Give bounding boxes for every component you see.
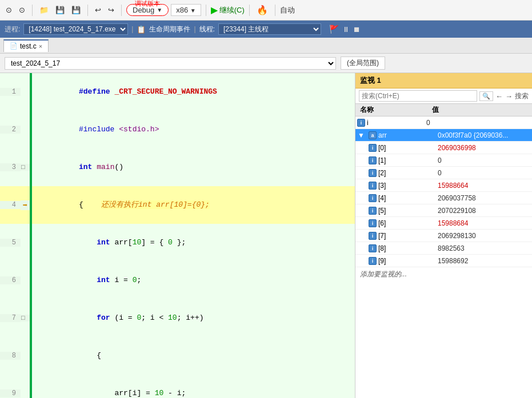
platform-label: x86 <box>176 6 188 14</box>
watch-row-arr-7[interactable]: i [7] 2069298130 <box>355 230 532 242</box>
watch-rows: i i 0 ▼ a arr 0x00f3f7a0 {2069036... <box>355 116 532 398</box>
watch-row-arr-8[interactable]: i [8] 8982563 <box>355 242 532 255</box>
watch-icon-i: i <box>355 119 367 127</box>
code-line-8: 8 { <box>0 337 355 375</box>
open-btn[interactable]: 📁 <box>37 5 51 15</box>
lifecycle-icon: 📋 <box>137 25 146 34</box>
watch-icon-arr-1: i <box>367 156 378 164</box>
watch-val-arr-3: 15988664 <box>435 182 532 190</box>
watch-name-arr: arr <box>378 131 435 139</box>
watch-icon-arr-5: i <box>367 207 378 215</box>
platform-dropdown[interactable]: x86 ▼ <box>171 4 201 16</box>
scope-box: (全局范围) <box>341 57 385 70</box>
watch-column-header: 名称 值 <box>355 104 532 116</box>
var-icon-arr: a <box>369 131 377 139</box>
code-line-2: 2 #include <stdio.h> <box>0 111 355 148</box>
separator-1 <box>32 5 33 16</box>
watch-search-input[interactable] <box>359 90 477 102</box>
exec-arrow: ➡ <box>23 200 27 210</box>
tab-close-btn[interactable]: × <box>39 43 42 50</box>
watch-row-arr-5[interactable]: i [5] 2070229108 <box>355 204 532 217</box>
var-icon-arr-8: i <box>369 244 377 252</box>
watch-row-arr-6[interactable]: i [6] 15988684 <box>355 217 532 230</box>
watch-row-arr-9[interactable]: i [9] 15988692 <box>355 255 532 267</box>
code-editor[interactable]: 1 #define _CRT_SECURE_NO_WARNINGS 2 #inc… <box>0 73 355 398</box>
process-bar: 进程: [14248] test_2024_5_17.exe | 📋 生命周期事… <box>0 21 532 38</box>
thread-select[interactable]: [23344] 主线程 <box>218 23 321 35</box>
watch-val-arr-6: 15988684 <box>435 219 532 227</box>
main-content: 1 #define _CRT_SECURE_NO_WARNINGS 2 #inc… <box>0 73 532 398</box>
watch-name-arr-5: [5] <box>378 207 435 215</box>
code-line-3: 3 □ int main() <box>0 148 355 186</box>
forward-btn[interactable]: ⊙ <box>17 5 27 15</box>
watch-col-name-header: 名称 <box>355 105 430 115</box>
watch-row-arr-3[interactable]: i [3] 15988664 <box>355 179 532 192</box>
var-icon-arr-6: i <box>369 219 377 227</box>
add-watch-row[interactable]: 添加要监视的... <box>355 267 532 282</box>
watch-name-arr-9: [9] <box>378 257 435 265</box>
watch-icon-arr-0: i <box>367 144 378 152</box>
watch-expand-arr[interactable]: ▼ <box>355 131 367 139</box>
flag-icon: 🚩 <box>329 25 339 34</box>
watch-icon-arr-6: i <box>367 219 378 227</box>
watch-icon-arr-8: i <box>367 244 378 252</box>
process-select[interactable]: [14248] test_2024_5_17.exe <box>23 23 128 35</box>
watch-row-i[interactable]: i i 0 <box>355 116 532 129</box>
debug-title-label: 调试版本 <box>135 0 160 8</box>
watch-row-arr-2[interactable]: i [2] 0 <box>355 167 532 179</box>
separator-4 <box>206 5 206 16</box>
lifecycle-label: 生命周期事件 <box>149 25 190 34</box>
save-btn[interactable]: 💾 <box>53 5 67 15</box>
watch-panel: 监视 1 🔍 ← → 搜索 名称 值 i i 0 <box>355 73 532 398</box>
watch-val-arr: 0x00f3f7a0 {2069036... <box>435 131 532 139</box>
file-bar: test_2024_5_17 (全局范围) <box>0 54 532 73</box>
watch-icon-arr-7: i <box>367 232 378 240</box>
collapse-3[interactable]: □ <box>21 164 29 171</box>
watch-row-arr[interactable]: ▼ a arr 0x00f3f7a0 {2069036... <box>355 129 532 142</box>
continue-button[interactable]: ▶ 继续(C) <box>211 5 245 15</box>
code-line-7: 7 □ for (i = 0; i < 10; i++) <box>0 299 355 337</box>
tab-bar: 📄 test.c × <box>0 38 532 54</box>
watch-icon-arr-9: i <box>367 257 378 265</box>
separator-2 <box>87 5 88 16</box>
watch-row-arr-1[interactable]: i [1] 0 <box>355 154 532 167</box>
file-select[interactable]: test_2024_5_17 <box>5 57 336 70</box>
watch-val-arr-7: 2069298130 <box>435 232 532 240</box>
tab-label: test.c <box>20 42 37 50</box>
watch-search-label: 搜索 <box>515 91 529 101</box>
watch-icon-arr: a <box>367 131 378 139</box>
watch-icon-arr-3: i <box>367 182 378 190</box>
code-line-6: 6 int i = 0; <box>0 262 355 299</box>
watch-val-arr-1: 0 <box>435 156 532 164</box>
back-btn[interactable]: ⊙ <box>3 5 14 15</box>
debug-ctrl-2[interactable]: ⏹ <box>353 25 361 34</box>
undo-btn[interactable]: ↩ <box>93 5 103 15</box>
separator-5 <box>249 5 250 16</box>
watch-icon-arr-4: i <box>367 194 378 202</box>
fire-icon-btn[interactable]: 🔥 <box>254 3 270 17</box>
code-line-9: 9 arr[i] = 10 - i; <box>0 375 355 398</box>
watch-nav-back[interactable]: ← <box>495 92 503 100</box>
separator-3 <box>121 5 122 16</box>
tab-test-c[interactable]: 📄 test.c × <box>3 39 49 52</box>
var-icon-arr-5: i <box>369 207 377 215</box>
watch-val-i: 0 <box>424 119 532 127</box>
watch-val-arr-5: 2070229108 <box>435 207 532 215</box>
watch-val-arr-0: 2069036998 <box>435 144 532 152</box>
save-all-btn[interactable]: 💾 <box>69 5 83 15</box>
watch-row-arr-4[interactable]: i [4] 2069037758 <box>355 192 532 204</box>
watch-name-arr-6: [6] <box>378 219 435 227</box>
watch-row-arr-0[interactable]: i [0] 2069036998 <box>355 142 532 154</box>
var-icon-arr-2: i <box>369 169 377 177</box>
var-icon-arr-0: i <box>369 144 377 152</box>
code-line-5: 5 int arr[10] = { 0 }; <box>0 224 355 262</box>
watch-search-bar: 🔍 ← → 搜索 <box>355 89 532 104</box>
collapse-7[interactable]: □ <box>21 315 29 321</box>
watch-search-button[interactable]: 🔍 <box>479 91 493 101</box>
auto-button[interactable]: 自动 <box>280 5 295 15</box>
debug-ctrl-1[interactable]: ⏸ <box>342 25 350 34</box>
watch-nav-fwd[interactable]: → <box>505 92 513 100</box>
separator-process: | <box>131 25 133 33</box>
watch-name-arr-8: [8] <box>378 244 435 252</box>
redo-btn[interactable]: ↪ <box>106 5 117 15</box>
